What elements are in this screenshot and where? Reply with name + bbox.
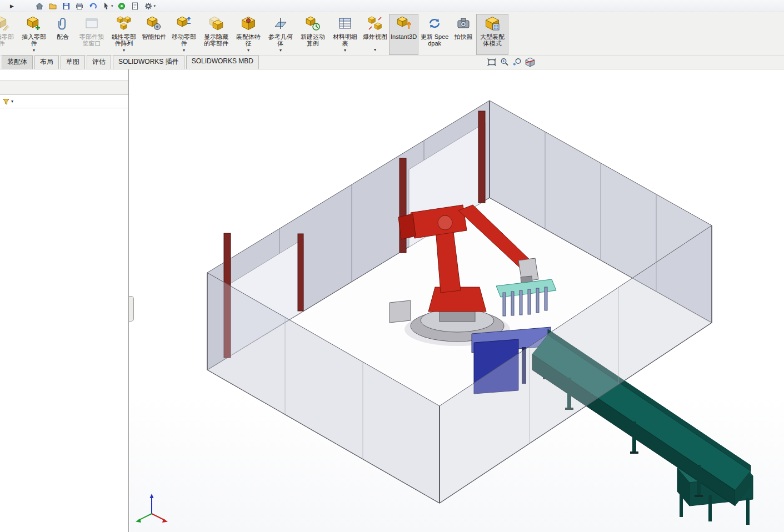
snapshot-icon bbox=[456, 16, 471, 32]
dropdown-caret-icon[interactable]: ▾ bbox=[123, 47, 125, 56]
dropdown-caret-icon: ▾ bbox=[111, 4, 113, 8]
ribbon-button-label: 爆炸视图 bbox=[363, 33, 387, 41]
ribbon-button-snapshot[interactable]: 拍快照 bbox=[451, 14, 476, 55]
bom-icon bbox=[338, 16, 352, 32]
tab-solidworks-mbd[interactable]: SOLIDWORKS MBD bbox=[186, 55, 259, 69]
orientation-triad bbox=[136, 494, 168, 523]
linear-pattern-icon bbox=[117, 16, 131, 32]
ribbon-button-label: 移动零部件 bbox=[169, 33, 198, 47]
save-button[interactable] bbox=[62, 2, 71, 11]
ribbon-button-label: 拍快照 bbox=[455, 33, 473, 41]
dropdown-caret-icon[interactable]: ▾ bbox=[247, 47, 249, 56]
ribbon-button-label: 线性零部件阵列 bbox=[109, 33, 138, 47]
tab-solidworks-addins[interactable]: SOLIDWORKS 插件 bbox=[113, 55, 184, 69]
panel-splitter[interactable] bbox=[129, 296, 134, 322]
reference-geometry-icon bbox=[273, 16, 288, 32]
zoom-to-area-button[interactable] bbox=[499, 57, 510, 68]
ribbon-button-show-hidden[interactable]: 显示隐藏的零部件 bbox=[200, 14, 232, 55]
graphics-viewport[interactable] bbox=[129, 69, 784, 532]
ribbon-button-label: 更新 Speedpak bbox=[420, 33, 449, 47]
file-properties-button[interactable] bbox=[131, 2, 139, 11]
smart-fasteners-icon bbox=[147, 16, 161, 32]
ribbon-button-assembly-features[interactable]: 装配体特征▾ bbox=[232, 14, 264, 55]
ribbon-button-exploded-view[interactable]: 爆炸视图▾ bbox=[361, 14, 389, 55]
dropdown-caret-icon[interactable]: ▾ bbox=[33, 47, 35, 56]
ribbon-button-label: 零部件预览窗口 bbox=[77, 33, 106, 47]
dropdown-caret-icon[interactable]: ▾ bbox=[344, 47, 346, 56]
ribbon-button-label: 装配体特征 bbox=[234, 33, 263, 47]
show-hidden-icon bbox=[209, 16, 223, 32]
tree-filter-row[interactable]: ▾ bbox=[0, 95, 128, 108]
exploded-view-icon bbox=[368, 16, 382, 32]
ribbon-button-reference-geometry[interactable]: 参考几何体▾ bbox=[264, 14, 297, 55]
ribbon-button-motion-study[interactable]: 新建运动算例 bbox=[297, 14, 329, 55]
feature-tree bbox=[0, 108, 128, 111]
options-gear-button[interactable]: ▾ bbox=[144, 2, 156, 11]
panel-tab-strip bbox=[0, 81, 128, 95]
dropdown-caret-icon: ▾ bbox=[153, 4, 156, 8]
tab-evaluate[interactable]: 评估 bbox=[87, 55, 111, 69]
previous-view-button[interactable] bbox=[512, 57, 523, 68]
update-speedpak-icon bbox=[427, 16, 442, 32]
dropdown-caret-icon[interactable]: ▾ bbox=[183, 47, 185, 56]
ribbon-button-insert-component[interactable]: 插入零部件▾ bbox=[18, 14, 50, 55]
ribbon-button-update-speedpak[interactable]: 更新 Speedpak bbox=[418, 14, 451, 55]
command-ribbon: 编辑零部件插入零部件▾配合零部件预览窗口线性零部件阵列▾智能扣件移动零部件▾显示… bbox=[0, 12, 784, 56]
open-icon bbox=[48, 2, 57, 11]
dropdown-caret-icon[interactable]: ▾ bbox=[374, 47, 376, 55]
home-icon bbox=[35, 2, 44, 11]
zoom-to-fit-button[interactable] bbox=[486, 57, 497, 68]
dropdown-caret-icon[interactable]: ▾ bbox=[279, 47, 282, 56]
ribbon-tab-row: 装配体布局草图评估SOLIDWORKS 插件SOLIDWORKS MBD bbox=[0, 56, 784, 69]
print-icon bbox=[75, 2, 84, 11]
ribbon-button-label: 显示隐藏的零部件 bbox=[202, 33, 231, 47]
file-properties-icon bbox=[131, 2, 139, 11]
quick-access-toolbar: ▾▾ bbox=[35, 2, 156, 11]
ribbon-button-label: 智能扣件 bbox=[142, 33, 166, 41]
edit-component-icon bbox=[0, 16, 9, 32]
ribbon-button-mate[interactable]: 配合 bbox=[50, 14, 76, 55]
mate-icon bbox=[56, 16, 70, 32]
ribbon-tabs: 装配体布局草图评估SOLIDWORKS 插件SOLIDWORKS MBD bbox=[0, 55, 259, 69]
ribbon-button-edit-component: 编辑零部件 bbox=[0, 14, 18, 55]
motion-study-icon bbox=[306, 16, 320, 32]
tab-sketch[interactable]: 草图 bbox=[61, 55, 85, 69]
zoom-to-fit-icon bbox=[487, 57, 497, 67]
ribbon-button-smart-fasteners[interactable]: 智能扣件 bbox=[140, 14, 168, 55]
tab-assembly[interactable]: 装配体 bbox=[2, 55, 33, 69]
section-view-button[interactable] bbox=[525, 57, 536, 68]
ribbon-button-label: 插入零部件 bbox=[19, 33, 48, 47]
undo-button[interactable] bbox=[88, 2, 97, 11]
ribbon-button-linear-pattern[interactable]: 线性零部件阵列▾ bbox=[108, 14, 140, 55]
menu-flyout-arrow-icon[interactable]: ▶ bbox=[10, 3, 14, 9]
select-arrow-button[interactable]: ▾ bbox=[102, 2, 113, 11]
print-button[interactable] bbox=[75, 2, 84, 11]
title-bar: ▶ ▾▾ bbox=[0, 0, 784, 12]
rebuild-icon bbox=[117, 2, 126, 11]
heads-up-view-toolbar bbox=[486, 57, 536, 68]
ribbon-button-label: 编辑零部件 bbox=[0, 33, 16, 47]
featuremanager-panel: ▾ bbox=[0, 69, 129, 532]
zoom-to-area-icon bbox=[500, 57, 510, 67]
ribbon-button-large-assembly[interactable]: 大型装配体模式 bbox=[476, 14, 508, 55]
ribbon-button-label: 新建运动算例 bbox=[298, 33, 327, 47]
ribbon-button-label: 配合 bbox=[57, 33, 69, 41]
ribbon-button-component-preview: 零部件预览窗口 bbox=[76, 14, 108, 55]
ribbon-button-label: 大型装配体模式 bbox=[478, 33, 507, 47]
instant3d-icon bbox=[397, 16, 411, 32]
rebuild-button[interactable] bbox=[117, 2, 126, 11]
component-preview-icon bbox=[84, 16, 99, 32]
filter-dropdown-caret-icon[interactable]: ▾ bbox=[11, 99, 13, 104]
insert-component-icon bbox=[27, 16, 41, 32]
ribbon-button-bom[interactable]: 材料明细表▾ bbox=[329, 14, 361, 55]
viewport-3d-scene[interactable] bbox=[129, 69, 784, 532]
home-button[interactable] bbox=[35, 2, 44, 11]
open-button[interactable] bbox=[48, 2, 57, 11]
tab-layout[interactable]: 布局 bbox=[34, 55, 59, 69]
undo-icon bbox=[88, 2, 97, 11]
ribbon-button-label: 参考几何体 bbox=[266, 33, 295, 47]
section-view-icon bbox=[525, 57, 535, 67]
assembly-features-icon bbox=[241, 16, 256, 32]
ribbon-button-move-component[interactable]: 移动零部件▾ bbox=[168, 14, 200, 55]
ribbon-button-instant3d[interactable]: Instant3D bbox=[389, 14, 418, 55]
